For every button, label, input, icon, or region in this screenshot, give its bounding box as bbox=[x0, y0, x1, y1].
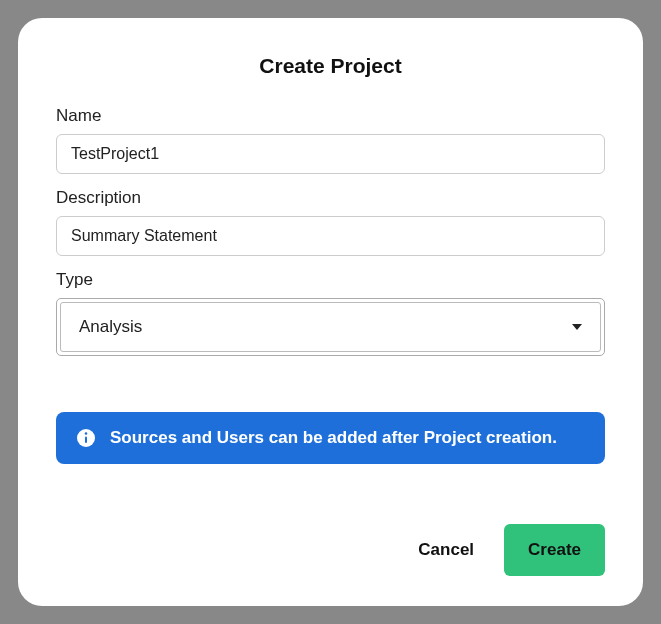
create-project-modal: Create Project Name Description Type Ana… bbox=[18, 18, 643, 606]
info-icon bbox=[76, 428, 96, 448]
modal-title: Create Project bbox=[56, 54, 605, 78]
create-button[interactable]: Create bbox=[504, 524, 605, 576]
type-select-inner: Analysis bbox=[60, 302, 601, 352]
description-input[interactable] bbox=[56, 216, 605, 256]
description-group: Description bbox=[56, 188, 605, 256]
cancel-button[interactable]: Cancel bbox=[412, 528, 480, 572]
name-group: Name bbox=[56, 106, 605, 174]
info-message: Sources and Users can be added after Pro… bbox=[110, 428, 557, 448]
svg-rect-1 bbox=[85, 437, 87, 444]
type-selected-value: Analysis bbox=[79, 317, 142, 337]
info-banner: Sources and Users can be added after Pro… bbox=[56, 412, 605, 464]
name-input[interactable] bbox=[56, 134, 605, 174]
button-row: Cancel Create bbox=[56, 524, 605, 576]
name-label: Name bbox=[56, 106, 605, 126]
type-label: Type bbox=[56, 270, 605, 290]
type-group: Type Analysis bbox=[56, 270, 605, 356]
chevron-down-icon bbox=[572, 324, 582, 330]
type-select[interactable]: Analysis bbox=[56, 298, 605, 356]
svg-point-2 bbox=[85, 432, 88, 435]
description-label: Description bbox=[56, 188, 605, 208]
